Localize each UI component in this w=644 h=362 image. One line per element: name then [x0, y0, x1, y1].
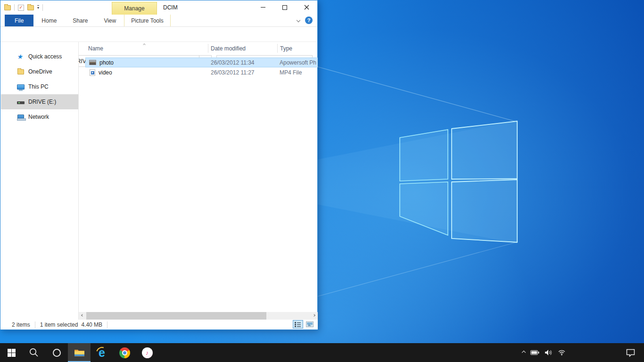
column-divider[interactable] — [208, 44, 208, 53]
explorer-window: ✓ ▾ Manage DCIM File Home Share View Pic… — [0, 0, 318, 330]
cortana-button[interactable] — [45, 343, 68, 362]
cortana-circle-icon — [53, 349, 61, 357]
itunes-icon: ♪ — [142, 347, 153, 358]
thumbnail-view-button[interactable] — [305, 320, 315, 329]
quick-access-toolbar: ✓ ▾ — [4, 4, 43, 11]
column-header-type[interactable]: Type — [280, 45, 292, 52]
sidebar-item-label: Network — [28, 114, 49, 120]
sidebar-item-label: Quick access — [28, 53, 62, 60]
file-explorer-icon — [74, 348, 85, 357]
taskbar-internet-explorer-button[interactable]: e — [91, 343, 113, 362]
scroll-right-icon[interactable] — [313, 314, 315, 317]
scrollbar-thumb[interactable] — [86, 312, 266, 320]
ribbon-tab-row: File Home Share View Picture Tools — [0, 15, 317, 27]
ribbon-right-controls: ? — [297, 16, 313, 24]
details-view-icon — [295, 321, 301, 327]
search-icon — [29, 348, 39, 357]
divider — [107, 321, 107, 328]
title-bar: ✓ ▾ Manage DCIM — [0, 0, 317, 15]
window-controls — [252, 0, 317, 14]
manage-contextual-group[interactable]: Manage — [112, 2, 157, 15]
minimize-icon — [261, 7, 265, 8]
drive-icon — [17, 101, 25, 104]
item-count: 2 items — [12, 321, 30, 328]
chrome-icon — [119, 347, 130, 358]
sort-ascending-icon — [143, 43, 146, 46]
file-row-video[interactable]: video 26/03/2012 11:27 MP4 File — [85, 67, 318, 77]
collapse-ribbon-icon[interactable] — [297, 18, 300, 22]
divider — [14, 4, 15, 11]
thumbnail-view-icon — [306, 321, 314, 327]
sidebar-item-label: This PC — [28, 83, 49, 90]
window-title: DCIM — [163, 4, 178, 11]
tab-view[interactable]: View — [96, 15, 124, 26]
file-list: photo 26/03/2012 11:34 Apowersoft Pho vi… — [85, 58, 318, 77]
qat-new-folder-button[interactable] — [27, 5, 34, 10]
scroll-left-icon[interactable] — [81, 314, 84, 317]
taskbar-file-explorer-button[interactable] — [68, 343, 91, 362]
check-icon: ✓ — [19, 5, 23, 10]
video-file-icon — [90, 69, 95, 76]
tab-file[interactable]: File — [5, 15, 33, 26]
music-note-icon: ♪ — [146, 349, 149, 356]
file-date: 26/03/2012 11:27 — [208, 69, 277, 76]
photo-thumbnail-icon — [89, 60, 96, 65]
qat-customize-button[interactable]: ▾ — [37, 5, 39, 10]
column-header-date-modified[interactable]: Date modified — [211, 45, 246, 52]
window-folder-icon[interactable] — [4, 5, 11, 10]
network-icon — [17, 115, 24, 119]
volume-icon[interactable] — [545, 349, 553, 356]
navigation-pane: ★ Quick access OneDrive This PC DRIVE (E… — [1, 42, 79, 320]
column-divider[interactable] — [277, 44, 278, 53]
file-date: 26/03/2012 11:34 — [208, 59, 277, 66]
close-icon — [304, 5, 309, 10]
screen: ✓ ▾ Manage DCIM File Home Share View Pic… — [0, 0, 644, 362]
maximize-icon — [282, 5, 287, 10]
divider — [42, 4, 43, 11]
file-type: Apowersoft Pho — [277, 59, 316, 66]
selection-count: 1 item selected — [40, 321, 78, 328]
quick-access-star-icon: ★ — [17, 53, 24, 60]
action-center-button[interactable] — [619, 343, 641, 362]
tray-show-hidden-icons-button[interactable] — [522, 351, 525, 354]
details-view-button[interactable] — [293, 320, 303, 329]
qat-properties-button[interactable]: ✓ — [18, 5, 24, 11]
sidebar-item-drive-e[interactable]: DRIVE (E:) — [1, 94, 78, 109]
file-name: video — [99, 69, 112, 76]
sidebar-item-this-pc[interactable]: This PC — [1, 79, 78, 94]
divider — [35, 321, 35, 328]
file-type: MP4 File — [277, 69, 316, 76]
start-button[interactable] — [0, 343, 23, 362]
tab-share[interactable]: Share — [65, 15, 96, 26]
tab-home[interactable]: Home — [33, 15, 65, 26]
windows-start-icon — [8, 349, 16, 357]
file-name: photo — [99, 59, 114, 66]
help-icon[interactable]: ? — [305, 16, 313, 24]
column-header-name[interactable]: Name — [88, 45, 103, 52]
action-center-icon — [626, 349, 635, 357]
wifi-icon[interactable] — [558, 349, 566, 356]
file-row-photo[interactable]: photo 26/03/2012 11:34 Apowersoft Pho — [85, 58, 318, 67]
selection-size: 4.40 MB — [81, 321, 102, 328]
taskbar-search-button[interactable] — [23, 343, 45, 362]
column-headers: Name Date modified Type — [79, 42, 318, 55]
system-tray — [522, 343, 566, 362]
maximize-button[interactable] — [274, 0, 296, 14]
horizontal-scrollbar[interactable] — [79, 312, 318, 320]
sidebar-item-label: DRIVE (E:) — [28, 99, 56, 105]
onedrive-icon — [17, 69, 24, 74]
taskbar-chrome-button[interactable] — [113, 343, 136, 362]
tab-picture-tools[interactable]: Picture Tools — [124, 15, 170, 26]
address-bar-row: ← → ↑ DRIVE (E:) DCIM — [0, 27, 317, 42]
taskbar-itunes-button[interactable]: ♪ — [136, 343, 158, 362]
taskbar: e ♪ — [0, 343, 644, 362]
sidebar-item-onedrive[interactable]: OneDrive — [1, 64, 78, 79]
sidebar-item-network[interactable]: Network — [1, 109, 78, 124]
battery-icon[interactable] — [530, 350, 539, 355]
close-button[interactable] — [296, 0, 317, 14]
minimize-button[interactable] — [252, 0, 274, 14]
monitor-icon — [17, 84, 25, 90]
view-toggle-buttons — [293, 320, 315, 329]
sidebar-item-quick-access[interactable]: ★ Quick access — [1, 49, 78, 64]
internet-explorer-icon: e — [96, 346, 108, 359]
